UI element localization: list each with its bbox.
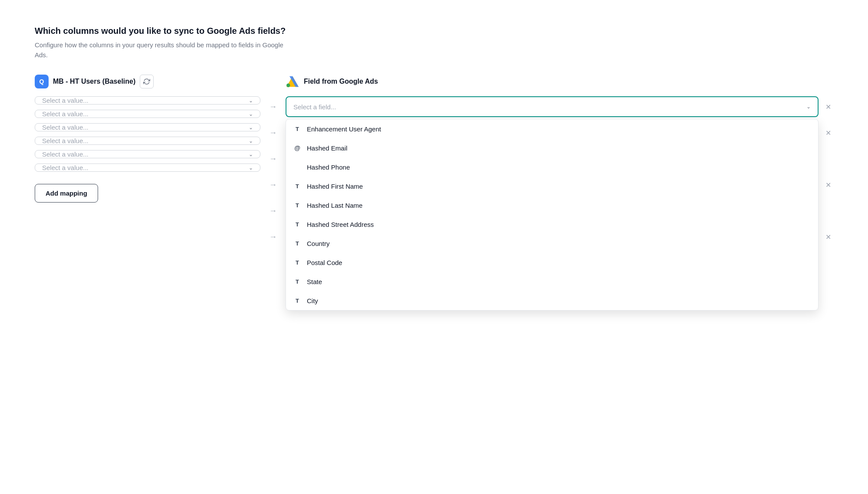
- svg-point-2: [286, 84, 290, 87]
- dropdown-item-city[interactable]: T City: [286, 291, 818, 310]
- arrow-icon-2: →: [269, 128, 277, 137]
- type-icon-t-1: T: [293, 124, 302, 133]
- connector-4: →: [269, 174, 277, 195]
- field-placeholder-1: Select a field...: [293, 103, 336, 111]
- type-icon-t-8: T: [293, 258, 302, 267]
- close-button-4[interactable]: ✕: [823, 180, 833, 190]
- right-panel: Field from Google Ads Select a field... …: [286, 74, 833, 247]
- dropdown-item-label-3: Hashed Phone: [307, 164, 350, 171]
- field-chevron-1: ⌄: [806, 104, 811, 110]
- dropdown-item-hashed-phone[interactable]: Hashed Phone: [286, 157, 818, 177]
- right-select-1[interactable]: Select a field... ⌄: [286, 96, 819, 117]
- dropdown-item-label-9: State: [307, 278, 322, 285]
- chevron-down-icon-6: ⌄: [249, 165, 253, 171]
- chevron-down-icon-1: ⌄: [249, 98, 253, 104]
- dropdown-item-label-2: Hashed Email: [307, 144, 347, 152]
- left-select-3[interactable]: Select a value... ⌄: [35, 123, 260, 131]
- dropdown-item-hashed-street-address[interactable]: T Hashed Street Address: [286, 215, 818, 234]
- select-placeholder-2: Select a value...: [42, 110, 89, 118]
- type-icon-t-5: T: [293, 201, 302, 209]
- mapping-layout: Q MB - HT Users (Baseline) Select a valu…: [35, 74, 833, 247]
- page-subtitle: Configure how the columns in your query …: [35, 40, 295, 60]
- right-field-container-1: Select a field... ⌄ T Enhancement User A…: [286, 96, 819, 117]
- page-header: Which columns would you like to sync to …: [35, 26, 833, 60]
- left-panel-header: Q MB - HT Users (Baseline): [35, 74, 260, 89]
- chevron-down-icon-4: ⌄: [249, 138, 253, 144]
- type-icon-empty-3: [293, 163, 302, 171]
- connector-1: →: [269, 96, 277, 117]
- dropdown-item-hashed-last-name[interactable]: T Hashed Last Name: [286, 196, 818, 215]
- left-panel: Q MB - HT Users (Baseline) Select a valu…: [35, 74, 260, 203]
- dropdown-item-label-8: Postal Code: [307, 259, 342, 266]
- left-select-6[interactable]: Select a value... ⌄: [35, 164, 260, 172]
- right-mapping-rows: Select a field... ⌄ T Enhancement User A…: [286, 96, 833, 247]
- add-mapping-button[interactable]: Add mapping: [35, 184, 98, 203]
- dropdown-item-enhancement-user-agent[interactable]: T Enhancement User Agent: [286, 119, 818, 138]
- connector-6: →: [269, 226, 277, 247]
- type-icon-t-4: T: [293, 182, 302, 190]
- select-placeholder-3: Select a value...: [42, 124, 89, 131]
- field-dropdown-menu: T Enhancement User Agent @ Hashed Email …: [286, 119, 819, 311]
- close-button-6[interactable]: ✕: [823, 232, 833, 242]
- dropdown-item-state[interactable]: T State: [286, 272, 818, 291]
- select-placeholder-4: Select a value...: [42, 137, 89, 144]
- dropdown-item-postal-code[interactable]: T Postal Code: [286, 253, 818, 272]
- refresh-icon: [143, 78, 150, 85]
- dropdown-item-hashed-first-name[interactable]: T Hashed First Name: [286, 177, 818, 196]
- arrow-icon-3: →: [269, 154, 277, 164]
- connector-2: →: [269, 122, 277, 143]
- select-placeholder-6: Select a value...: [42, 164, 89, 171]
- right-row-1: Select a field... ⌄ T Enhancement User A…: [286, 96, 833, 117]
- select-placeholder-5: Select a value...: [42, 150, 89, 158]
- dropdown-item-hashed-email[interactable]: @ Hashed Email: [286, 138, 818, 157]
- type-icon-t-9: T: [293, 277, 302, 286]
- dropdown-item-label-1: Enhancement User Agent: [307, 125, 381, 133]
- left-select-2[interactable]: Select a value... ⌄: [35, 110, 260, 118]
- type-icon-t-10: T: [293, 296, 302, 305]
- left-select-5[interactable]: Select a value... ⌄: [35, 150, 260, 158]
- dropdown-item-label-7: Country: [307, 240, 330, 247]
- arrow-icon-1: →: [269, 102, 277, 111]
- dropdown-item-label-10: City: [307, 297, 318, 304]
- dropdown-item-label-5: Hashed Last Name: [307, 202, 362, 209]
- right-panel-header: Field from Google Ads: [286, 74, 833, 89]
- dropdown-item-country[interactable]: T Country: [286, 234, 818, 253]
- chevron-down-icon-5: ⌄: [249, 151, 253, 157]
- chevron-down-icon-2: ⌄: [249, 111, 253, 117]
- right-panel-label: Field from Google Ads: [304, 78, 378, 85]
- type-icon-t-6: T: [293, 220, 302, 229]
- chevron-down-icon-3: ⌄: [249, 124, 253, 131]
- connectors: → → → → → →: [260, 74, 286, 247]
- left-mapping-rows: Select a value... ⌄ Select a value... ⌄ …: [35, 96, 260, 172]
- left-panel-label: MB - HT Users (Baseline): [53, 78, 135, 85]
- select-placeholder-1: Select a value...: [42, 97, 89, 104]
- google-ads-icon: [286, 75, 299, 88]
- connector-3: →: [269, 148, 277, 169]
- arrow-icon-5: →: [269, 206, 277, 216]
- close-button-2[interactable]: ✕: [823, 128, 833, 138]
- type-icon-at-2: @: [293, 144, 302, 152]
- connector-5: →: [269, 200, 277, 221]
- source-icon: Q: [35, 75, 49, 88]
- left-select-4[interactable]: Select a value... ⌄: [35, 137, 260, 145]
- type-icon-t-7: T: [293, 239, 302, 248]
- dropdown-item-label-6: Hashed Street Address: [307, 221, 374, 228]
- close-button-1[interactable]: ✕: [823, 101, 833, 112]
- page-title: Which columns would you like to sync to …: [35, 26, 833, 36]
- arrow-icon-4: →: [269, 180, 277, 190]
- arrow-icon-6: →: [269, 232, 277, 242]
- refresh-button[interactable]: [140, 75, 154, 88]
- left-select-1[interactable]: Select a value... ⌄: [35, 96, 260, 105]
- google-ads-triangle-svg: [286, 75, 299, 88]
- dropdown-item-label-4: Hashed First Name: [307, 183, 363, 190]
